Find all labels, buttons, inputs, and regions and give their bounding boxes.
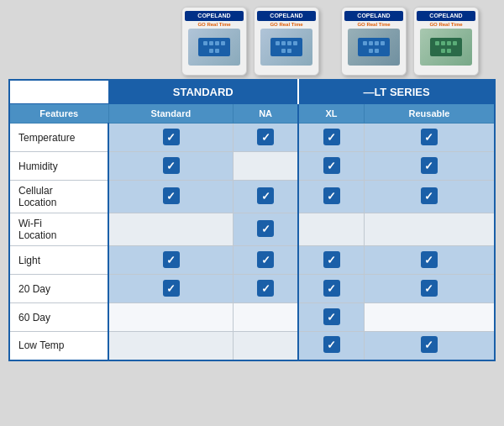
check-cell	[298, 152, 364, 181]
comparison-table: STANDARD —LT SERIES Features Standard NA…	[8, 79, 496, 361]
table-row: Humidity	[9, 152, 495, 181]
checkmark-icon	[323, 157, 340, 174]
checkmark-icon	[323, 187, 340, 204]
device-xl: COPELAND GO Real Time	[341, 7, 407, 76]
feature-cell: Humidity	[9, 152, 108, 181]
checkmark-icon	[163, 251, 180, 268]
device-subtitle-1: GO Real Time	[197, 22, 230, 27]
checkmark-icon	[257, 187, 274, 204]
table-row: Temperature	[9, 124, 495, 152]
check-cell	[108, 213, 234, 246]
check-cell	[108, 152, 234, 181]
subcol-reusable: Reusable	[364, 104, 495, 124]
check-cell	[108, 246, 234, 275]
lt-group-header: —LT SERIES	[298, 80, 495, 104]
check-cell	[108, 332, 234, 360]
header-group-row: STANDARD —LT SERIES	[9, 80, 495, 104]
checkmark-icon	[421, 129, 438, 145]
feature-cell: 20 Day	[9, 275, 108, 303]
table-row: Wi-FiLocation	[9, 213, 495, 246]
check-cell	[234, 213, 298, 246]
check-cell	[298, 275, 364, 303]
check-cell	[298, 246, 364, 275]
device-logo-4: COPELAND	[417, 11, 475, 21]
device-body-1	[188, 29, 240, 66]
device-subtitle-4: GO Real Time	[429, 22, 462, 27]
check-cell	[298, 332, 364, 360]
checkmark-icon	[163, 157, 180, 174]
empty-header	[9, 80, 108, 104]
checkmark-icon	[421, 251, 438, 268]
device-body-4	[420, 29, 472, 66]
check-cell	[364, 152, 495, 181]
feature-cell: Temperature	[9, 124, 108, 152]
feature-cell: Wi-FiLocation	[9, 213, 108, 246]
devices-row: COPELAND GO Real Time COPELAND GO Real T…	[8, 7, 496, 76]
device-logo-3: COPELAND	[344, 11, 403, 21]
device-na: COPELAND GO Real Time	[254, 7, 319, 76]
check-cell	[234, 124, 298, 152]
checkmark-icon	[323, 308, 340, 325]
check-cell	[234, 152, 298, 181]
checkmark-icon	[323, 129, 340, 145]
device-logo-2: COPELAND	[257, 11, 316, 21]
checkmark-icon	[163, 187, 180, 204]
check-cell	[298, 181, 364, 213]
check-cell	[108, 303, 234, 332]
check-cell	[364, 124, 495, 152]
checkmark-icon	[163, 280, 180, 297]
standard-group-header: STANDARD	[108, 80, 298, 104]
table-row: Low Temp	[9, 332, 495, 360]
feature-cell: 60 Day	[9, 303, 108, 332]
header-sub-row: Features Standard NA XL Reusable	[9, 104, 495, 124]
checkmark-icon	[421, 280, 438, 297]
device-subtitle-2: GO Real Time	[270, 22, 302, 27]
device-reusable: COPELAND GO Real Time	[413, 7, 479, 76]
checkmark-icon	[257, 280, 274, 297]
feature-cell: CellularLocation	[9, 181, 108, 213]
checkmark-icon	[421, 157, 438, 174]
check-cell	[234, 181, 298, 213]
subcol-na: NA	[234, 104, 298, 124]
check-cell	[234, 332, 298, 360]
table-row: 20 Day	[9, 275, 495, 303]
check-cell	[364, 181, 495, 213]
table-row: 60 Day	[9, 303, 495, 332]
check-cell	[108, 124, 234, 152]
check-cell	[364, 303, 495, 332]
feature-cell: Light	[9, 246, 108, 275]
check-cell	[298, 124, 364, 152]
page-wrapper: COPELAND GO Real Time COPELAND GO Real T…	[0, 0, 504, 426]
device-body-3	[348, 29, 400, 66]
feature-cell: Low Temp	[9, 332, 108, 360]
checkmark-icon	[323, 336, 340, 353]
table-row: CellularLocation	[9, 181, 495, 213]
check-cell	[234, 246, 298, 275]
check-cell	[108, 181, 234, 213]
table-row: Light	[9, 246, 495, 275]
checkmark-icon	[323, 280, 340, 297]
device-standard: COPELAND GO Real Time	[181, 7, 247, 76]
check-cell	[364, 213, 495, 246]
check-cell	[234, 275, 298, 303]
check-cell	[298, 213, 364, 246]
check-cell	[364, 332, 495, 360]
feature-col-header: Features	[9, 104, 108, 124]
check-cell	[234, 303, 298, 332]
checkmark-icon	[323, 251, 340, 268]
checkmark-icon	[257, 251, 274, 268]
checkmark-icon	[257, 129, 274, 145]
subcol-xl: XL	[298, 104, 364, 124]
check-cell	[298, 303, 364, 332]
subcol-standard: Standard	[108, 104, 234, 124]
checkmark-icon	[421, 336, 438, 353]
check-cell	[108, 275, 234, 303]
checkmark-icon	[163, 129, 180, 145]
device-body-2	[260, 29, 312, 66]
check-cell	[364, 246, 495, 275]
device-subtitle-3: GO Real Time	[357, 22, 390, 27]
checkmark-icon	[257, 220, 274, 237]
device-logo-1: COPELAND	[185, 11, 244, 21]
check-cell	[364, 275, 495, 303]
checkmark-icon	[421, 187, 438, 204]
